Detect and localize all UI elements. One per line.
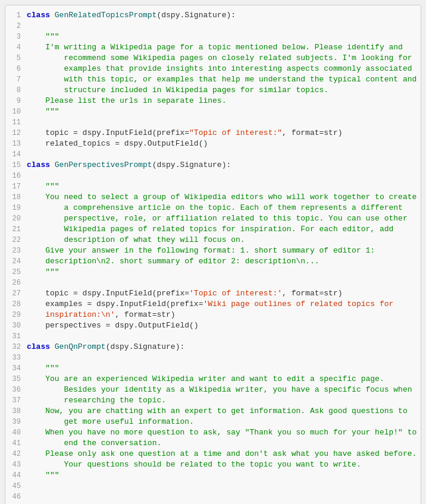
line-content: """	[27, 267, 416, 278]
line-content: a comprehensive article on the topic. Ea…	[27, 203, 416, 213]
code-line: 23 Give your answer in the following for…	[5, 245, 421, 256]
line-content: """	[27, 470, 416, 481]
code-line: 42 Please only ask one question at a tim…	[5, 449, 421, 459]
code-line: 45	[5, 481, 421, 492]
line-number: 6	[10, 64, 27, 74]
line-content: class GenQnPrompt(dspy.Signature):	[27, 342, 416, 352]
code-line: 17 """	[5, 181, 421, 192]
code-line: 44 """	[5, 470, 421, 481]
line-content: """	[27, 363, 416, 374]
code-line: 2	[5, 21, 421, 32]
code-line: 46	[5, 492, 421, 502]
line-number: 17	[10, 181, 27, 192]
line-content: inspiration:\n', format=str)	[27, 310, 416, 320]
code-line: 32class GenQnPrompt(dspy.Signature):	[5, 342, 421, 352]
line-content: Now, you are chatting with an expert to …	[27, 406, 416, 417]
line-content: recommend some Wikipedia pages on closel…	[27, 53, 416, 64]
line-number: 38	[10, 406, 27, 417]
line-number: 36	[10, 385, 27, 395]
line-content: related_topics = dspy.OutputField()	[27, 138, 416, 149]
line-content: topic = dspy.InputField(prefix="Topic of…	[27, 128, 416, 138]
line-content: Please list the urls in separate lines.	[27, 96, 416, 106]
line-content: Besides your identity as a Wikipedia wri…	[27, 385, 416, 395]
code-line: 25 """	[5, 267, 421, 278]
code-line: 11	[5, 117, 421, 128]
code-line: 30 perspectives = dspy.OutputField()	[5, 320, 421, 331]
line-number: 9	[10, 96, 27, 106]
code-line: 35 You are an experienced Wikipedia writ…	[5, 374, 421, 385]
line-content: structure included in Wikipedia pages fo…	[27, 85, 416, 96]
line-number: 39	[10, 417, 27, 427]
code-line: 33	[5, 352, 421, 363]
code-line: 38 Now, you are chatting with an expert …	[5, 406, 421, 417]
code-line: 3 """	[5, 32, 421, 42]
line-number: 11	[10, 117, 27, 128]
code-line: 12 topic = dspy.InputField(prefix="Topic…	[5, 128, 421, 138]
line-content: I'm writing a Wikipedia page for a topic…	[27, 42, 416, 53]
line-number: 31	[10, 331, 27, 342]
line-number: 28	[10, 299, 27, 310]
line-content	[27, 278, 416, 288]
code-line: 14	[5, 149, 421, 160]
line-number: 1	[10, 10, 27, 21]
code-line: 36 Besides your identity as a Wikipedia …	[5, 385, 421, 395]
code-line: 37 researching the topic.	[5, 395, 421, 406]
line-number: 20	[10, 213, 27, 224]
code-line: 15class GenPerspectivesPrompt(dspy.Signa…	[5, 160, 421, 171]
code-line: 8 structure included in Wikipedia pages …	[5, 85, 421, 96]
line-content: class GenRelatedTopicsPrompt(dspy.Signat…	[27, 10, 416, 21]
line-content	[27, 171, 416, 181]
line-number: 24	[10, 256, 27, 267]
code-line: 22 description of what they will focus o…	[5, 235, 421, 245]
line-content: description of what they will focus on.	[27, 235, 416, 245]
code-line: 1class GenRelatedTopicsPrompt(dspy.Signa…	[5, 10, 421, 21]
code-line: 34 """	[5, 363, 421, 374]
line-number: 46	[10, 492, 27, 502]
line-content: """	[27, 106, 416, 117]
line-content: Give your answer in the following format…	[27, 245, 416, 256]
line-number: 25	[10, 267, 27, 278]
line-number: 12	[10, 128, 27, 138]
line-number: 8	[10, 85, 27, 96]
code-line: 7 with this topic, or examples that help…	[5, 74, 421, 85]
code-line: 20 perspective, role, or affiliation rel…	[5, 213, 421, 224]
line-content: examples = dspy.InputField(prefix='Wiki …	[27, 299, 416, 310]
line-content	[27, 352, 416, 363]
line-content: """	[27, 181, 416, 192]
code-line: 18 You need to select a group of Wikiped…	[5, 192, 421, 203]
code-line: 19 a comprehensive article on the topic.…	[5, 203, 421, 213]
line-number: 3	[10, 32, 27, 42]
line-number: 14	[10, 149, 27, 160]
line-number: 16	[10, 171, 27, 181]
line-content: end the conversation.	[27, 438, 416, 449]
code-line: 39 get more useful information.	[5, 417, 421, 427]
line-content: Your questions should be related to the …	[27, 459, 416, 470]
code-line: 16	[5, 171, 421, 181]
line-number: 44	[10, 470, 27, 481]
line-content: Wikipedia pages of related topics for in…	[27, 224, 416, 235]
line-content	[27, 21, 416, 32]
line-content	[27, 331, 416, 342]
line-number: 45	[10, 481, 27, 492]
code-line: 41 end the conversation.	[5, 438, 421, 449]
code-line: 13 related_topics = dspy.OutputField()	[5, 138, 421, 149]
line-content	[27, 149, 416, 160]
line-number: 22	[10, 235, 27, 245]
code-line: 27 topic = dspy.InputField(prefix='Topic…	[5, 288, 421, 299]
code-line: 9 Please list the urls in separate lines…	[5, 96, 421, 106]
line-number: 34	[10, 363, 27, 374]
line-number: 41	[10, 438, 27, 449]
code-line: 6 examples that provide insights into in…	[5, 64, 421, 74]
line-content: Please only ask one question at a time a…	[27, 449, 416, 459]
line-number: 30	[10, 320, 27, 331]
line-content	[27, 481, 416, 492]
code-editor: 1class GenRelatedTopicsPrompt(dspy.Signa…	[5, 5, 421, 504]
line-number: 40	[10, 427, 27, 438]
line-content: You are an experienced Wikipedia writer …	[27, 374, 416, 385]
line-content: with this topic, or examples that help m…	[27, 74, 416, 85]
line-number: 43	[10, 459, 27, 470]
code-line: 28 examples = dspy.InputField(prefix='Wi…	[5, 299, 421, 310]
line-content: get more useful information.	[27, 417, 416, 427]
line-number: 19	[10, 203, 27, 213]
code-line: 5 recommend some Wikipedia pages on clos…	[5, 53, 421, 64]
